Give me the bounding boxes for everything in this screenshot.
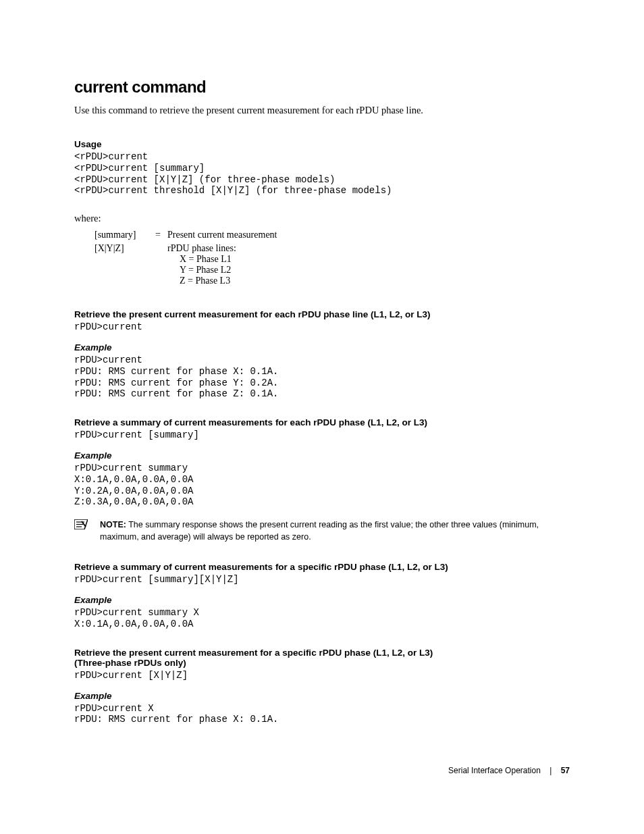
- sec1-cmd: rPDU>current: [74, 321, 570, 333]
- def-xyz-desc: rPDU phase lines:: [167, 243, 277, 254]
- sec1-example: rPDU>current rPDU: RMS current for phase…: [74, 355, 570, 400]
- sec2-example-heading: Example: [74, 450, 570, 461]
- sec3-example: rPDU>current summary X X:0.1A,0.0A,0.0A,…: [74, 607, 570, 630]
- sec1-heading: Retrieve the present current measurement…: [74, 309, 570, 319]
- phase-y: Y = Phase L2: [180, 265, 277, 276]
- sec2-heading: Retrieve a summary of current measuremen…: [74, 417, 570, 427]
- phase-x: X = Phase L1: [180, 254, 277, 265]
- sec4-heading: Retrieve the present current measurement…: [74, 648, 452, 668]
- note-body: The summary response shows the present c…: [100, 520, 539, 542]
- section-retrieve-specific-summary: Retrieve a summary of current measuremen…: [74, 562, 570, 629]
- sec1-example-heading: Example: [74, 342, 570, 353]
- def-blank: [155, 243, 167, 286]
- sec4-cmd: rPDU>current [X|Y|Z]: [74, 670, 570, 681]
- footer-page-number: 57: [561, 766, 570, 775]
- sec3-cmd: rPDU>current [summary][X|Y|Z]: [74, 574, 570, 585]
- note-box: NOTE: The summary response shows the pre…: [74, 519, 570, 543]
- def-summary-key: [summary]: [95, 230, 155, 240]
- footer-divider: |: [549, 766, 552, 775]
- def-summary-desc: Present current measurement: [167, 230, 277, 240]
- note-icon: [74, 519, 88, 529]
- sec3-heading: Retrieve a summary of current measuremen…: [74, 562, 570, 572]
- intro-paragraph: Use this command to retrieve the present…: [74, 105, 570, 116]
- page-footer: Serial Interface Operation | 57: [74, 766, 570, 775]
- sec4-example: rPDU>current X rPDU: RMS current for pha…: [74, 703, 570, 726]
- usage-code: <rPDU>current <rPDU>current [summary] <r…: [74, 151, 570, 197]
- def-xyz-key: [X|Y|Z]: [95, 243, 155, 286]
- sec2-example: rPDU>current summary X:0.1A,0.0A,0.0A,0.…: [74, 463, 570, 508]
- note-text: NOTE: The summary response shows the pre…: [100, 519, 570, 543]
- section-retrieve-specific-phase: Retrieve the present current measurement…: [74, 648, 570, 725]
- footer-section: Serial Interface Operation: [448, 766, 541, 775]
- where-definitions: [summary] = Present current measurement …: [95, 230, 570, 289]
- page-title: current command: [74, 78, 570, 97]
- sec4-example-heading: Example: [74, 691, 570, 701]
- sec2-cmd: rPDU>current [summary]: [74, 429, 570, 441]
- where-label: where:: [74, 213, 570, 224]
- sec3-example-heading: Example: [74, 595, 570, 605]
- usage-block: Usage <rPDU>current <rPDU>current [summa…: [74, 139, 570, 197]
- def-equals: =: [155, 230, 167, 240]
- phase-z: Z = Phase L3: [180, 276, 277, 286]
- page-content: current command Use this command to retr…: [0, 0, 644, 816]
- note-label: NOTE:: [100, 520, 126, 529]
- section-retrieve-each-phase: Retrieve the present current measurement…: [74, 309, 570, 400]
- section-retrieve-summary: Retrieve a summary of current measuremen…: [74, 417, 570, 508]
- usage-heading: Usage: [74, 139, 570, 149]
